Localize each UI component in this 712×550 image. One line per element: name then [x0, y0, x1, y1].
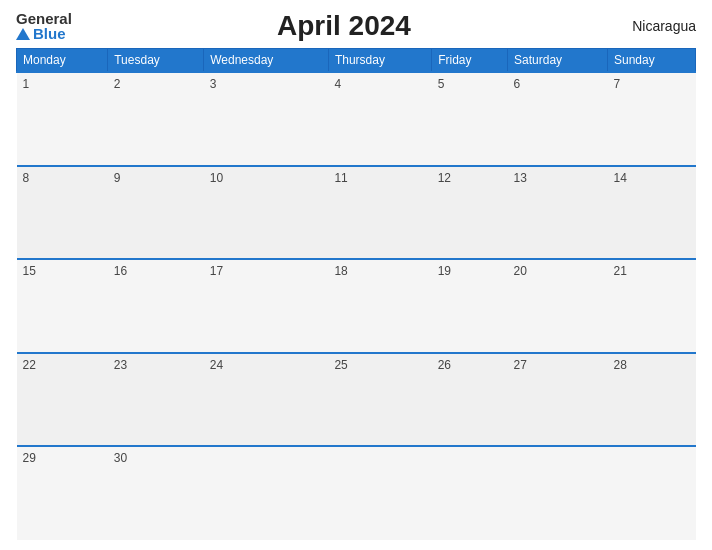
weekday-header-tuesday: Tuesday [108, 49, 204, 73]
day-number: 18 [334, 264, 347, 278]
day-number: 23 [114, 358, 127, 372]
calendar-cell: 28 [608, 353, 696, 447]
week-row-4: 22232425262728 [17, 353, 696, 447]
calendar-cell: 7 [608, 72, 696, 166]
calendar-cell: 25 [328, 353, 431, 447]
calendar-cell: 27 [508, 353, 608, 447]
calendar-cell: 17 [204, 259, 329, 353]
calendar-cell: 1 [17, 72, 108, 166]
day-number: 19 [438, 264, 451, 278]
calendar-cell: 20 [508, 259, 608, 353]
day-number: 26 [438, 358, 451, 372]
calendar-cell: 21 [608, 259, 696, 353]
weekday-header-monday: Monday [17, 49, 108, 73]
day-number: 2 [114, 77, 121, 91]
calendar-cell: 16 [108, 259, 204, 353]
calendar-cell: 22 [17, 353, 108, 447]
day-number: 11 [334, 171, 347, 185]
calendar-cell: 5 [432, 72, 508, 166]
week-row-3: 15161718192021 [17, 259, 696, 353]
logo-triangle-icon [16, 28, 30, 40]
calendar-header: MondayTuesdayWednesdayThursdayFridaySatu… [17, 49, 696, 73]
day-number: 10 [210, 171, 223, 185]
calendar-cell: 29 [17, 446, 108, 540]
day-number: 3 [210, 77, 217, 91]
day-number: 24 [210, 358, 223, 372]
calendar-cell: 6 [508, 72, 608, 166]
day-number: 25 [334, 358, 347, 372]
day-number: 27 [514, 358, 527, 372]
country-label: Nicaragua [616, 18, 696, 34]
calendar-cell: 11 [328, 166, 431, 260]
calendar-cell: 4 [328, 72, 431, 166]
weekday-header-wednesday: Wednesday [204, 49, 329, 73]
calendar-table: MondayTuesdayWednesdayThursdayFridaySatu… [16, 48, 696, 540]
day-number: 5 [438, 77, 445, 91]
header: General Blue April 2024 Nicaragua [16, 10, 696, 42]
week-row-2: 891011121314 [17, 166, 696, 260]
day-number: 15 [23, 264, 36, 278]
day-number: 13 [514, 171, 527, 185]
day-number: 9 [114, 171, 121, 185]
logo-blue-text: Blue [16, 26, 66, 41]
calendar-cell: 14 [608, 166, 696, 260]
day-number: 14 [614, 171, 627, 185]
day-number: 4 [334, 77, 341, 91]
day-number: 16 [114, 264, 127, 278]
weekday-header-sunday: Sunday [608, 49, 696, 73]
day-number: 7 [614, 77, 621, 91]
calendar-cell: 8 [17, 166, 108, 260]
day-number: 30 [114, 451, 127, 465]
calendar-cell: 9 [108, 166, 204, 260]
weekday-header-row: MondayTuesdayWednesdayThursdayFridaySatu… [17, 49, 696, 73]
calendar-cell: 24 [204, 353, 329, 447]
calendar-cell [432, 446, 508, 540]
weekday-header-friday: Friday [432, 49, 508, 73]
calendar-cell [204, 446, 329, 540]
logo: General Blue [16, 11, 72, 41]
day-number: 20 [514, 264, 527, 278]
calendar-body: 1234567891011121314151617181920212223242… [17, 72, 696, 540]
day-number: 29 [23, 451, 36, 465]
day-number: 28 [614, 358, 627, 372]
calendar-cell [328, 446, 431, 540]
day-number: 22 [23, 358, 36, 372]
weekday-header-thursday: Thursday [328, 49, 431, 73]
day-number: 6 [514, 77, 521, 91]
day-number: 8 [23, 171, 30, 185]
calendar-cell: 23 [108, 353, 204, 447]
calendar-cell: 10 [204, 166, 329, 260]
calendar-cell: 26 [432, 353, 508, 447]
calendar-cell: 2 [108, 72, 204, 166]
calendar-cell: 3 [204, 72, 329, 166]
calendar-cell: 13 [508, 166, 608, 260]
day-number: 12 [438, 171, 451, 185]
calendar-cell [508, 446, 608, 540]
calendar-cell: 19 [432, 259, 508, 353]
day-number: 17 [210, 264, 223, 278]
day-number: 1 [23, 77, 30, 91]
week-row-1: 1234567 [17, 72, 696, 166]
logo-general-text: General [16, 11, 72, 26]
calendar-title: April 2024 [72, 10, 616, 42]
weekday-header-saturday: Saturday [508, 49, 608, 73]
calendar-cell: 30 [108, 446, 204, 540]
calendar-cell [608, 446, 696, 540]
calendar-cell: 15 [17, 259, 108, 353]
page: General Blue April 2024 Nicaragua Monday… [0, 0, 712, 550]
calendar-cell: 12 [432, 166, 508, 260]
day-number: 21 [614, 264, 627, 278]
calendar-cell: 18 [328, 259, 431, 353]
week-row-5: 2930 [17, 446, 696, 540]
